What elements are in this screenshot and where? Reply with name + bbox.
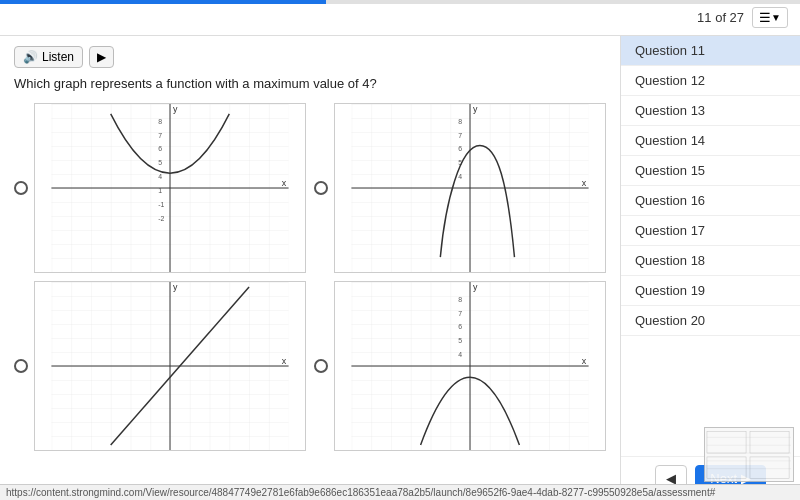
svg-text:4: 4 bbox=[458, 351, 462, 358]
graph-box-c: y x bbox=[34, 281, 306, 451]
graphs-grid: y x 8 7 6 5 4 1 -1 -2 bbox=[14, 103, 606, 451]
graph-option-a: y x 8 7 6 5 4 1 -1 -2 bbox=[14, 103, 306, 273]
graph-option-b: y x 8 7 6 5 4 bbox=[314, 103, 606, 273]
graph-svg-c: y x bbox=[35, 282, 305, 450]
svg-text:8: 8 bbox=[158, 118, 162, 125]
graph-svg-b: y x 8 7 6 5 4 bbox=[335, 104, 605, 272]
graph-box-d: y x 8 7 6 5 4 bbox=[334, 281, 606, 451]
list-icon: ☰ bbox=[759, 10, 771, 25]
svg-text:-2: -2 bbox=[158, 215, 164, 222]
graph-box-a: y x 8 7 6 5 4 1 -1 -2 bbox=[34, 103, 306, 273]
graph-option-c: y x bbox=[14, 281, 306, 451]
svg-rect-39 bbox=[705, 428, 793, 482]
sidebar-list: Question 11Question 12Question 13Questio… bbox=[621, 36, 800, 456]
svg-text:7: 7 bbox=[458, 132, 462, 139]
speaker-icon: 🔊 bbox=[23, 50, 38, 64]
svg-text:8: 8 bbox=[458, 296, 462, 303]
page-info: 11 of 27 bbox=[697, 10, 744, 25]
sidebar-item-question-20[interactable]: Question 20 bbox=[621, 306, 800, 336]
listen-button[interactable]: 🔊 Listen bbox=[14, 46, 83, 68]
svg-text:1: 1 bbox=[158, 187, 162, 194]
main-layout: 🔊 Listen ▶ Which graph represents a func… bbox=[0, 36, 800, 500]
play-button[interactable]: ▶ bbox=[89, 46, 114, 68]
radio-c[interactable] bbox=[14, 359, 28, 373]
graph-svg-a: y x 8 7 6 5 4 1 -1 -2 bbox=[35, 104, 305, 272]
svg-text:6: 6 bbox=[158, 145, 162, 152]
svg-text:4: 4 bbox=[158, 173, 162, 180]
svg-text:x: x bbox=[282, 356, 287, 366]
svg-text:y: y bbox=[473, 104, 478, 114]
svg-text:x: x bbox=[282, 178, 287, 188]
sidebar-item-question-18[interactable]: Question 18 bbox=[621, 246, 800, 276]
mini-preview bbox=[704, 427, 794, 482]
svg-text:5: 5 bbox=[158, 159, 162, 166]
top-bar: 11 of 27 ☰ ▼ bbox=[0, 0, 800, 36]
graph-svg-d: y x 8 7 6 5 4 bbox=[335, 282, 605, 450]
svg-text:4: 4 bbox=[458, 173, 462, 180]
sidebar-item-question-14[interactable]: Question 14 bbox=[621, 126, 800, 156]
content-area: 🔊 Listen ▶ Which graph represents a func… bbox=[0, 36, 620, 500]
sidebar-item-question-16[interactable]: Question 16 bbox=[621, 186, 800, 216]
play-icon: ▶ bbox=[97, 50, 106, 64]
list-icon-button[interactable]: ☰ ▼ bbox=[752, 7, 788, 28]
radio-d[interactable] bbox=[314, 359, 328, 373]
listen-label: Listen bbox=[42, 50, 74, 64]
progress-bar-fill bbox=[0, 0, 326, 4]
sidebar-item-question-13[interactable]: Question 13 bbox=[621, 96, 800, 126]
question-text: Which graph represents a function with a… bbox=[14, 76, 606, 91]
graph-box-b: y x 8 7 6 5 4 bbox=[334, 103, 606, 273]
svg-text:7: 7 bbox=[158, 132, 162, 139]
svg-text:6: 6 bbox=[458, 145, 462, 152]
listen-bar: 🔊 Listen ▶ bbox=[14, 46, 606, 68]
mini-preview-svg bbox=[705, 427, 793, 482]
svg-text:y: y bbox=[173, 104, 178, 114]
svg-text:x: x bbox=[582, 356, 587, 366]
svg-text:8: 8 bbox=[458, 118, 462, 125]
svg-text:7: 7 bbox=[458, 310, 462, 317]
list-icon-chevron: ▼ bbox=[771, 12, 781, 23]
status-url: https://content.strongmind.com/View/reso… bbox=[6, 487, 715, 498]
svg-text:-1: -1 bbox=[158, 201, 164, 208]
status-bar: https://content.strongmind.com/View/reso… bbox=[0, 484, 800, 500]
svg-text:y: y bbox=[173, 282, 178, 292]
svg-text:y: y bbox=[473, 282, 478, 292]
sidebar-item-question-17[interactable]: Question 17 bbox=[621, 216, 800, 246]
radio-b[interactable] bbox=[314, 181, 328, 195]
svg-text:6: 6 bbox=[458, 323, 462, 330]
graph-option-d: y x 8 7 6 5 4 bbox=[314, 281, 606, 451]
sidebar-item-question-12[interactable]: Question 12 bbox=[621, 66, 800, 96]
svg-text:5: 5 bbox=[458, 337, 462, 344]
radio-a[interactable] bbox=[14, 181, 28, 195]
sidebar-item-question-11[interactable]: Question 11 bbox=[621, 36, 800, 66]
svg-text:x: x bbox=[582, 178, 587, 188]
sidebar-item-question-19[interactable]: Question 19 bbox=[621, 276, 800, 306]
sidebar-item-question-15[interactable]: Question 15 bbox=[621, 156, 800, 186]
progress-bar-container bbox=[0, 0, 800, 4]
